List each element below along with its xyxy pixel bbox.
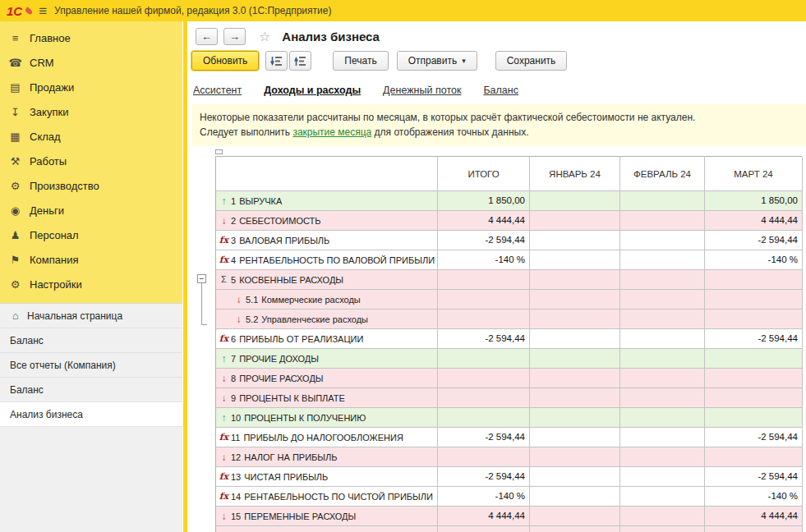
value-cell[interactable]: [530, 369, 620, 388]
row-label-cell[interactable]: ↓8ПРОЧИЕ РАСХОДЫ: [216, 369, 438, 388]
favorite-star-icon[interactable]: ☆: [259, 29, 270, 44]
sidebar-item-warehouse[interactable]: ▦Склад: [0, 124, 182, 149]
value-cell[interactable]: -140 %: [705, 250, 803, 270]
value-cell[interactable]: [620, 526, 705, 532]
value-cell[interactable]: -2 594,44: [705, 231, 803, 250]
collapse-group-button[interactable]: −: [197, 274, 206, 283]
value-cell[interactable]: [530, 310, 620, 329]
tab-cash-flow[interactable]: Денежный поток: [383, 85, 461, 96]
tab-balance[interactable]: Баланс: [483, 85, 518, 96]
sidebar-item-settings[interactable]: ⚙Настройки: [0, 272, 182, 296]
sidebar-item-works[interactable]: ⚒Работы: [0, 149, 182, 173]
value-cell[interactable]: [530, 250, 620, 270]
value-cell[interactable]: [530, 349, 620, 369]
value-cell[interactable]: [438, 447, 530, 467]
row-label-cell[interactable]: ↑1ВЫРУЧКА: [216, 191, 438, 211]
row-label-cell[interactable]: fx14РЕНТАБЕЛЬНОСТЬ ПО ЧИСТОЙ ПРИБЫЛИ: [216, 487, 438, 507]
value-cell[interactable]: 4 444,44: [705, 507, 803, 526]
row-label-cell[interactable]: ↓5.2Управленческие расходы: [216, 310, 438, 329]
send-button[interactable]: Отправить ▾: [397, 51, 477, 71]
value-cell[interactable]: -2 594,44: [438, 467, 530, 487]
value-cell[interactable]: [620, 428, 705, 447]
column-header[interactable]: ФЕВРАЛЬ 24: [620, 157, 705, 191]
history-item-balance-2[interactable]: Баланс: [0, 378, 182, 402]
value-cell[interactable]: [705, 388, 803, 408]
value-cell[interactable]: [530, 526, 620, 532]
value-cell[interactable]: [620, 211, 705, 231]
value-cell[interactable]: [438, 526, 530, 532]
value-cell[interactable]: [530, 231, 620, 250]
value-cell[interactable]: -2 594,44: [438, 231, 530, 250]
collapse-rows-button[interactable]: [265, 51, 288, 71]
value-cell[interactable]: 4 444,44: [705, 211, 803, 231]
row-label-cell[interactable]: ↑10ПРОЦЕНТЫ К ПОЛУЧЕНИЮ: [216, 408, 438, 428]
sidebar-item-production[interactable]: ⚙Производство: [0, 173, 182, 198]
month-closing-link[interactable]: закрытие месяца: [292, 126, 371, 138]
value-cell[interactable]: [438, 270, 530, 290]
history-item-home[interactable]: ⌂Начальная страница: [0, 304, 182, 328]
value-cell[interactable]: -140 %: [705, 487, 803, 507]
value-cell[interactable]: 1 850,00: [705, 191, 803, 211]
value-cell[interactable]: [620, 310, 705, 329]
value-cell[interactable]: [530, 507, 620, 526]
value-cell[interactable]: [705, 349, 803, 369]
row-label-cell[interactable]: ↓15ПЕРЕМЕННЫЕ РАСХОДЫ: [216, 507, 438, 526]
row-label-cell[interactable]: ↓16ПОСТОЯННЫЕ РАСХОДЫ: [216, 526, 438, 532]
row-label-cell[interactable]: fx13ЧИСТАЯ ПРИБЫЛЬ: [216, 467, 438, 487]
value-cell[interactable]: [620, 250, 705, 270]
value-cell[interactable]: [530, 329, 620, 349]
value-cell[interactable]: [620, 507, 705, 526]
value-cell[interactable]: [530, 211, 620, 231]
save-button[interactable]: Сохранить: [495, 51, 568, 71]
row-label-cell[interactable]: ↓12НАЛОГ НА ПРИБЫЛЬ: [216, 447, 438, 467]
value-cell[interactable]: [530, 191, 620, 211]
value-cell[interactable]: -2 594,44: [705, 329, 803, 349]
value-cell[interactable]: [620, 388, 705, 408]
sidebar-item-money[interactable]: ◉Деньги: [0, 198, 182, 222]
row-label-cell[interactable]: ↓5.1Коммерческие расходы: [216, 290, 438, 310]
value-cell[interactable]: [530, 290, 620, 310]
value-cell[interactable]: -2 594,44: [438, 329, 530, 349]
value-cell[interactable]: [438, 290, 530, 310]
value-cell[interactable]: [620, 231, 705, 250]
value-cell[interactable]: [530, 467, 620, 487]
value-cell[interactable]: [705, 369, 803, 388]
column-header-empty[interactable]: [216, 157, 438, 191]
value-cell[interactable]: -2 594,44: [705, 467, 803, 487]
value-cell[interactable]: 4 444,44: [438, 211, 530, 231]
history-item-business-analysis[interactable]: Анализ бизнеса: [0, 402, 182, 427]
value-cell[interactable]: [530, 428, 620, 447]
history-item-all-reports[interactable]: Все отчеты (Компания): [0, 353, 182, 378]
value-cell[interactable]: -2 594,44: [438, 428, 530, 447]
value-cell[interactable]: [530, 447, 620, 467]
row-label-cell[interactable]: ↓2СЕБЕСТОИМОСТЬ: [216, 211, 438, 231]
row-label-cell[interactable]: fx3ВАЛОВАЯ ПРИБЫЛЬ: [216, 231, 438, 250]
sidebar-item-staff[interactable]: ♟Персонал: [0, 222, 182, 247]
column-header[interactable]: ЯНВАРЬ 24: [530, 157, 620, 191]
value-cell[interactable]: [530, 388, 620, 408]
tab-income-expenses[interactable]: Доходы и расходы: [264, 85, 361, 96]
forward-button[interactable]: →: [223, 28, 246, 45]
value-cell[interactable]: [620, 487, 705, 507]
value-cell[interactable]: -2 594,44: [705, 428, 803, 447]
value-cell[interactable]: [620, 270, 705, 290]
value-cell[interactable]: [438, 388, 530, 408]
value-cell[interactable]: [705, 290, 803, 310]
history-item-balance[interactable]: Баланс: [0, 328, 182, 353]
back-button[interactable]: ←: [196, 28, 218, 45]
sidebar-item-sales[interactable]: ▤Продажи: [0, 75, 182, 99]
column-header[interactable]: МАРТ 24: [705, 157, 803, 191]
sidebar-item-company[interactable]: ⚑Компания: [0, 247, 182, 272]
value-cell[interactable]: [620, 329, 705, 349]
value-cell[interactable]: [705, 526, 803, 532]
main-menu-icon[interactable]: ≡: [39, 4, 47, 18]
value-cell[interactable]: [620, 408, 705, 428]
value-cell[interactable]: 4 444,44: [438, 507, 530, 526]
value-cell[interactable]: [620, 290, 705, 310]
value-cell[interactable]: [705, 310, 803, 329]
row-label-cell[interactable]: fx11ПРИБЫЛЬ ДО НАЛОГООБЛОЖЕНИЯ: [216, 428, 438, 447]
value-cell[interactable]: [620, 349, 705, 369]
value-cell[interactable]: [438, 369, 530, 388]
sidebar-item-main[interactable]: ≡Главное: [0, 25, 182, 50]
value-cell[interactable]: [620, 447, 705, 467]
